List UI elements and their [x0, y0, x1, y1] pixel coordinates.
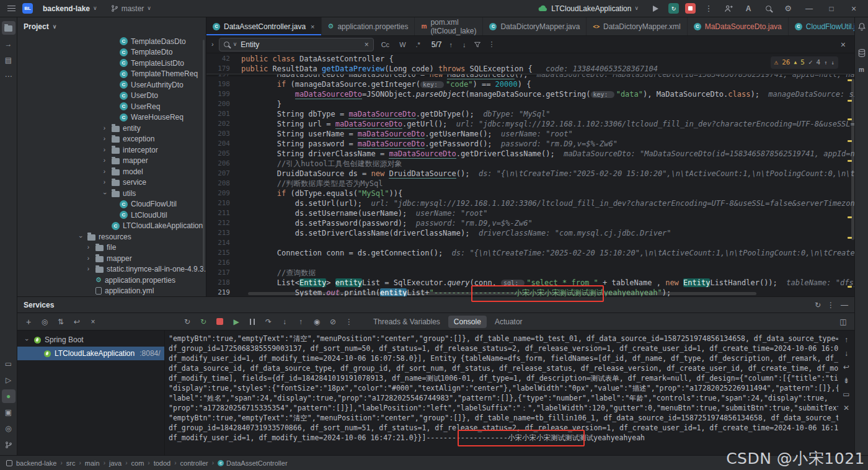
code-line[interactable]: 204 String password = maDataSourceDto.ge…	[206, 139, 854, 149]
tree-item[interactable]: ›CLtCloudUtil	[17, 210, 206, 221]
search-input[interactable]: ∨ Entity ×	[219, 38, 374, 51]
match-case-toggle[interactable]: Cc	[379, 40, 392, 50]
line-number[interactable]: 197	[206, 74, 241, 79]
tree-item[interactable]: ›resources	[17, 231, 206, 242]
main-menu-icon[interactable]	[6, 4, 16, 13]
code-line[interactable]: 211 ds.setUsername(userName); userName: …	[206, 208, 854, 218]
print-icon[interactable]: ▭	[843, 390, 849, 399]
tree-item[interactable]: ›CUserAuthrityDto	[17, 79, 206, 91]
line-number[interactable]: 204	[206, 139, 241, 149]
tree-item[interactable]: ›file	[17, 242, 206, 254]
services-title[interactable]: Services	[24, 301, 54, 309]
rerun-icon[interactable]: ↻	[181, 317, 193, 326]
code-line[interactable]: 42public class DataAssetController {	[206, 54, 854, 64]
soft-wrap-icon[interactable]: ↩	[843, 363, 849, 371]
code-line[interactable]: 214	[206, 238, 854, 248]
tool-run-button[interactable]: ▷	[2, 373, 16, 387]
layout-settings-icon[interactable]: ◫	[837, 317, 849, 326]
next-match-button[interactable]: ↓	[460, 40, 469, 50]
debugger-tab[interactable]: Console	[448, 316, 487, 328]
line-number[interactable]: 217	[206, 268, 241, 278]
tree-item[interactable]: ›CWareHouseReq	[17, 112, 206, 123]
code-line[interactable]: 200 }	[206, 99, 854, 109]
resume-icon[interactable]: ▶	[230, 317, 242, 326]
tree-item[interactable]: ›model	[17, 166, 206, 177]
close-button[interactable]: ×	[846, 4, 862, 14]
tree-item[interactable]: ›CTemplateThemeReq	[17, 69, 206, 80]
line-number[interactable]: 212	[206, 218, 241, 228]
mute-breakpoints-icon[interactable]: ⊘	[327, 317, 339, 326]
tool-project-button[interactable]	[2, 21, 16, 35]
step-into-icon[interactable]: ↓	[278, 317, 291, 326]
clear-search-icon[interactable]: ×	[365, 40, 369, 49]
prev-match-button[interactable]: ↑	[447, 40, 456, 50]
tree-item[interactable]: ›static.tinymce-all-in-one-4.9.3.package	[17, 264, 206, 275]
pause-icon[interactable]	[250, 319, 255, 325]
tool-terminal-button[interactable]: ▭	[2, 357, 16, 371]
line-number[interactable]: 214	[206, 238, 241, 248]
editor-tab[interactable]: mpom.xml (ltCloud_lake)	[415, 17, 483, 35]
rerun-button[interactable]: ↻	[668, 3, 679, 14]
code-line[interactable]: 179public ResultData getDataPreview(Long…	[206, 64, 854, 74]
code-editor[interactable]: 42public class DataAssetController {179p…	[206, 54, 854, 296]
stop-icon[interactable]	[216, 318, 223, 325]
rerun-application-icon[interactable]: ↻	[197, 317, 210, 326]
code-line[interactable]: 199 maDataSourceDto=JSONObject.parseObje…	[206, 89, 854, 99]
inspections-widget[interactable]: ⚠26 ▲5 ✓4 ↑ ↓	[771, 56, 838, 69]
tree-chevron-icon[interactable]: ›	[100, 157, 108, 164]
code-line[interactable]: 217 //查询数据	[206, 268, 854, 278]
line-number[interactable]: 207	[206, 169, 241, 179]
tool-structure-button[interactable]: ▤	[2, 53, 16, 67]
tree-item[interactable]: ›application.yml	[17, 286, 206, 297]
services-more-icon[interactable]: ⋮	[827, 301, 835, 309]
translate-button[interactable]: A	[742, 2, 755, 16]
breadcrumb-item[interactable]: CDataAssetController	[218, 459, 287, 467]
line-number[interactable]: 210	[206, 198, 241, 208]
line-number[interactable]: 200	[206, 99, 241, 109]
line-number[interactable]: 42	[206, 54, 241, 64]
line-number[interactable]: 218	[206, 278, 241, 288]
minimize-button[interactable]: —	[801, 4, 817, 13]
editor-tab[interactable]: CDataAssetController.java×	[206, 17, 322, 35]
code-line[interactable]: 203 String userName = maDataSourceDto.ge…	[206, 129, 854, 139]
line-number[interactable]: 203	[206, 129, 241, 139]
tool-window-widget-icon[interactable]	[6, 460, 12, 466]
tool-commit-button[interactable]: →	[2, 37, 16, 51]
line-number[interactable]: 199	[206, 89, 241, 99]
code-line[interactable]: 202 String url = maDataSourceDto.getUrl(…	[206, 119, 854, 129]
line-number[interactable]: 219	[206, 288, 241, 296]
more-actions-button[interactable]: ⋮	[702, 2, 715, 16]
tree-chevron-icon[interactable]: ›	[102, 189, 108, 197]
tree-item[interactable]: ›⚙application.properties	[17, 275, 206, 286]
refresh-icon[interactable]: ↻	[815, 301, 821, 309]
debugger-tab[interactable]: Actuator	[489, 316, 528, 328]
tree-chevron-icon[interactable]: ›	[100, 179, 108, 185]
next-problem-icon[interactable]: ↓	[831, 60, 835, 66]
tree-item[interactable]: ›CTemplateDasDto	[17, 36, 206, 47]
expand-replace-icon[interactable]: ›	[211, 41, 214, 48]
tree-chevron-icon[interactable]: ›	[84, 255, 92, 262]
clear-console-icon[interactable]: ✕	[843, 404, 849, 412]
service-item[interactable]: ›Spring Boot	[17, 333, 164, 347]
line-number[interactable]: 213	[206, 228, 241, 238]
tree-item[interactable]: ›utils	[17, 188, 206, 199]
step-over-icon[interactable]: ↷	[262, 317, 275, 326]
tree-item[interactable]: ›CUserDto	[17, 91, 206, 102]
tree-chevron-icon[interactable]: ›	[100, 147, 108, 153]
branch-selector[interactable]: master ∨	[107, 2, 155, 15]
close-tab-icon[interactable]: ×	[311, 23, 314, 30]
code-line[interactable]: 210 ds.setUrl(url); url: "jdbc:mysql://1…	[206, 198, 854, 208]
tree-chevron-icon[interactable]: ›	[100, 136, 108, 142]
step-out-icon[interactable]: ↑	[294, 317, 307, 326]
line-number[interactable]: 208	[206, 179, 241, 188]
settings-button[interactable]: ⚙	[781, 2, 795, 16]
scroll-to-end-icon[interactable]: ⇟	[843, 376, 849, 385]
code-with-me-button[interactable]	[722, 2, 735, 16]
code-line[interactable]: 205 String driverClassName = maDataSourc…	[206, 149, 854, 159]
editor-tab[interactable]: CMaDataSourceDto.java	[688, 17, 789, 35]
code-line[interactable]: 201 String dbType = maDataSourceDto.getD…	[206, 109, 854, 119]
code-line[interactable]: 208 //判断数据库类型是否为MySql	[206, 179, 854, 188]
prev-problem-icon[interactable]: ↑	[824, 60, 827, 66]
view-options-icon[interactable]: ◎	[38, 317, 51, 326]
tool-vcs-button[interactable]	[2, 438, 16, 451]
